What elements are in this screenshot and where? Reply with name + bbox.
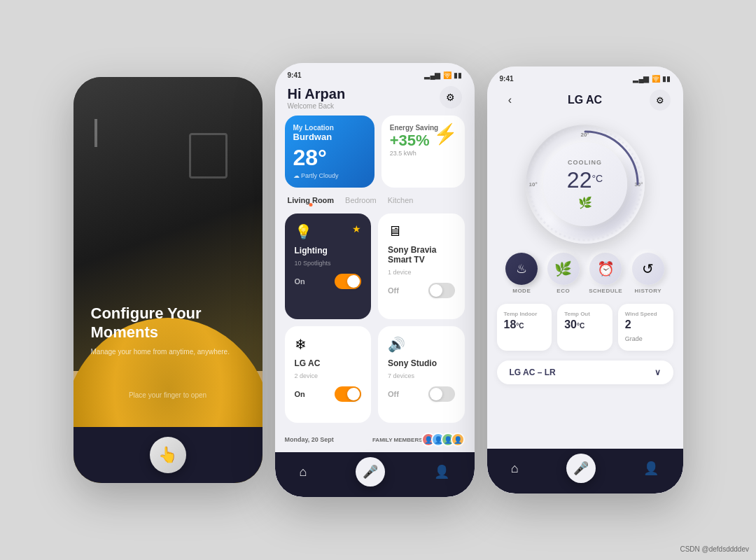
ac-icon: ❄ <box>295 336 307 353</box>
phone3-time: 9:41 <box>500 75 514 83</box>
phone2-header: Hi Arpan Welcome Back ⚙ <box>275 82 475 115</box>
dropdown-row: LG AC – LR ∨ <box>487 355 683 390</box>
weather-card: My Location Burdwan 28° ☁ Partly Cloudy <box>285 115 374 188</box>
ac-dial-container: 20° 10° 30° COOLING 22 °C 🌿 <box>487 118 683 247</box>
mode-label-mode: MODE <box>512 288 531 294</box>
studio-toggle[interactable] <box>428 386 455 402</box>
device-sub-lighting: 10 Spotlights <box>295 260 362 267</box>
member-avatars: 👤 👤 👤 👤 <box>426 433 465 447</box>
tab-bedroom[interactable]: Bedroom <box>345 196 377 206</box>
stat-outdoor-temp: Temp Out 30°C <box>557 304 612 351</box>
device-card-lighting: 💡 ★ Lighting 10 Spotlights On <box>285 214 372 319</box>
mode-icon-heat: ♨ <box>516 261 527 276</box>
wifi-icon: 🛜 <box>652 75 660 83</box>
wifi-icon: 🛜 <box>443 71 451 79</box>
mode-button-eco[interactable]: 🌿 <box>547 253 580 285</box>
history-icon: ↺ <box>642 260 654 277</box>
lighting-icon: 💡 <box>295 223 312 240</box>
device-name-studio: Sony Studio <box>388 358 455 368</box>
wind-speed-value: 2Grade <box>625 318 666 344</box>
signal-icon: ▂▄▆ <box>633 75 649 83</box>
ac-dial[interactable]: 20° 10° 30° COOLING 22 °C 🌿 <box>526 125 645 244</box>
watermark: CSDN @defdsddddev <box>680 545 749 553</box>
star-icon: ★ <box>352 223 361 234</box>
device-name-ac: LG AC <box>295 358 362 368</box>
back-button[interactable]: ‹ <box>500 90 521 111</box>
phone3-status-bar: 9:41 ▂▄▆ 🛜 ▮▮ <box>487 66 683 85</box>
wind-speed-label: Wind Speed <box>625 311 666 317</box>
battery-icon: ▮▮ <box>454 71 462 79</box>
ac-toggle[interactable] <box>335 386 361 402</box>
phone-2: 9:41 ▂▄▆ 🛜 ▮▮ Hi Arpan Welcome Back ⚙ My… <box>275 63 475 497</box>
fingerprint-button[interactable]: 👆 <box>150 437 186 473</box>
nav-profile[interactable]: 👤 <box>434 464 449 479</box>
family-members-label: FAMILY MEMBERS <box>372 437 423 443</box>
device-card-studio: 🔊 Sony Studio 7 devices Off <box>378 326 465 423</box>
phone1-title: Configure Your Moments <box>91 304 262 342</box>
mode-button-schedule[interactable]: ⏰ <box>589 253 622 285</box>
phone2-time: 9:41 <box>288 71 302 79</box>
phone2-status-bar: 9:41 ▂▄▆ 🛜 ▮▮ <box>275 63 475 82</box>
phone1-bottom-nav: 👆 <box>74 427 262 483</box>
mode-row: ♨ MODE 🌿 ECO ⏰ SCHEDULE ↺ HISTOR <box>487 247 683 300</box>
phone3-nav: ⌂ 🎤 👤 <box>487 449 683 493</box>
chevron-down-icon: ∨ <box>654 368 661 377</box>
phone-3: 9:41 ▂▄▆ 🛜 ▮▮ ‹ LG AC ⚙ 20° 10° 30° <box>487 66 683 493</box>
mode-button-history[interactable]: ↺ <box>632 253 664 285</box>
ac-status: On <box>295 390 305 398</box>
schedule-icon: ⏰ <box>597 260 615 277</box>
avatar-4: 👤 <box>451 433 465 447</box>
phone3-title: LG AC <box>568 94 602 106</box>
settings-button[interactable]: ⚙ <box>440 86 462 108</box>
welcome-text: Welcome Back <box>288 102 346 110</box>
svg-point-0 <box>529 128 641 240</box>
ac-zone-dropdown[interactable]: LG AC – LR ∨ <box>497 360 673 384</box>
lightning-icon: ⚡ <box>433 122 458 146</box>
temperature: 28° <box>293 145 366 171</box>
phone3-status-icons: ▂▄▆ 🛜 ▮▮ <box>633 75 670 83</box>
mode-button-mode[interactable]: ♨ <box>505 253 538 285</box>
lighting-status: On <box>295 277 305 286</box>
lighting-toggle[interactable] <box>335 274 361 289</box>
energy-card: Energy Saving +35% 23.5 kWh ⚡ <box>382 115 465 188</box>
tab-kitchen[interactable]: Kitchen <box>388 196 414 206</box>
device-sub-ac: 2 device <box>295 372 362 379</box>
indoor-temp-value: 18°C <box>504 318 545 331</box>
mode-label-history: HISTORY <box>634 288 662 294</box>
dropdown-value: LG AC – LR <box>510 368 556 377</box>
nav-home[interactable]: ⌂ <box>300 465 307 479</box>
phone-1: 9:41 ▂▄▆ 📶 🔋 Configure Your Moments Mana… <box>74 77 262 483</box>
tv-icon: 🖥 <box>388 223 402 239</box>
studio-icon: 🔊 <box>388 336 405 353</box>
phone2-footer: Monday, 20 Sept FAMILY MEMBERS 👤 👤 👤 👤 <box>275 430 475 452</box>
mode-label-schedule: SCHEDULE <box>589 288 622 294</box>
signal-icon: ▂▄▆ <box>424 71 440 79</box>
battery-icon: ▮▮ <box>662 75 671 83</box>
greeting-section: Hi Arpan Welcome Back <box>288 86 346 110</box>
room-tabs: Living Room Bedroom Kitchen <box>275 196 475 214</box>
nav3-profile[interactable]: 👤 <box>643 461 659 476</box>
phone1-hero-text: Configure Your Moments Manage your home … <box>91 304 262 357</box>
tab-living-room[interactable]: Living Room <box>288 196 335 206</box>
nav3-mic[interactable]: 🎤 <box>566 454 596 483</box>
phone2-nav: ⌂ 🎤 👤 <box>275 452 475 497</box>
wall-hook <box>94 119 97 147</box>
nav3-home[interactable]: ⌂ <box>511 461 519 476</box>
tv-status: Off <box>388 286 399 295</box>
info-cards: My Location Burdwan 28° ☁ Partly Cloudy … <box>275 115 475 196</box>
tv-toggle[interactable] <box>428 283 455 298</box>
studio-status: Off <box>388 390 399 398</box>
family-members: FAMILY MEMBERS 👤 👤 👤 👤 <box>372 433 465 447</box>
nav-mic[interactable]: 🎤 <box>356 457 385 486</box>
mode-item-mode: ♨ MODE <box>505 253 538 294</box>
footer-date: Monday, 20 Sept <box>285 436 334 443</box>
dial-arc-svg <box>526 125 645 244</box>
greeting-text: Hi Arpan <box>288 86 346 102</box>
device-sub-studio: 7 devices <box>388 372 455 379</box>
energy-kwh: 23.5 kWh <box>390 150 456 157</box>
devices-grid: 💡 ★ Lighting 10 Spotlights On 🖥 <box>275 214 475 430</box>
location-label: My Location <box>293 124 366 132</box>
phone3-settings-button[interactable]: ⚙ <box>650 90 671 111</box>
wall-art <box>189 133 227 178</box>
device-name-lighting: Lighting <box>295 246 362 255</box>
